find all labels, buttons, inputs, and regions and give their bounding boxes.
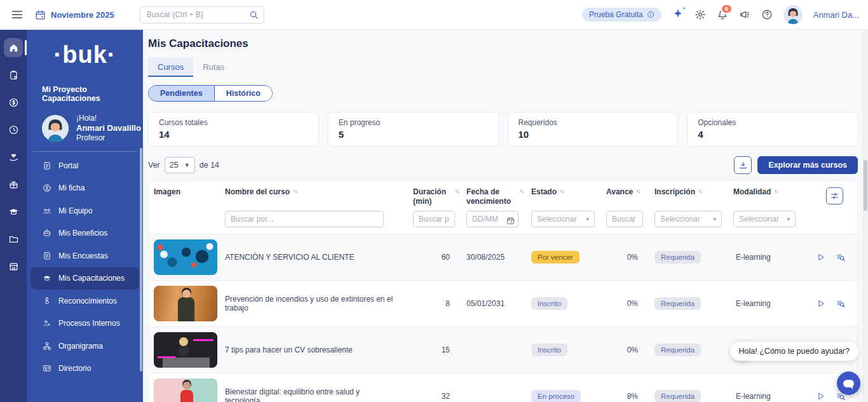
sidebar-item-mi-ficha[interactable]: Mi ficha bbox=[31, 177, 139, 200]
course-name: 7 tips para hacer un CV sobresaliente bbox=[217, 345, 405, 354]
user-avatar[interactable] bbox=[783, 5, 803, 24]
filter-estado-select[interactable]: Seleccionar▾ bbox=[531, 211, 595, 227]
download-button[interactable] bbox=[734, 156, 752, 174]
sort-icon[interactable]: ↑↓ bbox=[293, 189, 297, 197]
filter-modalidad-select[interactable]: Seleccionar▾ bbox=[733, 211, 796, 227]
ai-sparkle-icon[interactable]: ✦ bbox=[672, 8, 684, 22]
sidebar-item-label: Mi Equipo bbox=[58, 206, 92, 215]
page-scrollbar[interactable] bbox=[863, 30, 868, 402]
sidebar-avatar bbox=[42, 115, 69, 142]
trial-badge[interactable]: Prueba Gratuita bbox=[582, 8, 661, 22]
sidebar-item-label: Mis Encuestas bbox=[58, 251, 108, 260]
divider bbox=[33, 151, 137, 152]
col-avance: Avance↑↓ bbox=[599, 187, 647, 197]
tab-cursos[interactable]: Cursos bbox=[148, 58, 193, 77]
filter-nombre-input[interactable] bbox=[225, 211, 384, 227]
chat-greeting-bubble[interactable]: Hola! ¿Cómo te puedo ayudar? bbox=[730, 342, 858, 361]
rail-files-icon[interactable] bbox=[4, 229, 23, 248]
menu-icon[interactable] bbox=[11, 8, 24, 21]
document-icon bbox=[43, 161, 51, 170]
chat-icon bbox=[843, 380, 854, 387]
calendar-icon[interactable] bbox=[506, 217, 515, 225]
explore-courses-button[interactable]: Explorar más cursos bbox=[757, 156, 858, 174]
briefcase-icon bbox=[43, 229, 51, 238]
sidebar-item-reconocimientos[interactable]: Reconocimientos bbox=[31, 290, 139, 312]
icon-rail bbox=[0, 30, 27, 402]
col-imagen: Imagen bbox=[149, 187, 217, 197]
sort-icon[interactable]: ↑↓ bbox=[636, 189, 640, 197]
play-course-button[interactable] bbox=[817, 253, 825, 262]
rail-wellness-icon[interactable] bbox=[4, 147, 23, 166]
search-icon[interactable] bbox=[249, 10, 259, 20]
greeting: ¡Hola! bbox=[76, 114, 141, 123]
project-title: Mi Proyecto Capacitaciones bbox=[27, 85, 143, 103]
notification-count-badge: 6 bbox=[721, 4, 733, 14]
gear-icon[interactable] bbox=[695, 9, 706, 20]
sidebar-item-mis-capacitaciones[interactable]: Mis Capacitaciones bbox=[31, 267, 139, 290]
buk-logo: ·buk· bbox=[27, 41, 143, 69]
stat-value: 14 bbox=[159, 129, 308, 140]
bell-icon[interactable]: 6 bbox=[717, 9, 728, 20]
rail-education-icon[interactable] bbox=[4, 202, 23, 221]
stat-label: En progreso bbox=[339, 118, 488, 127]
sort-icon[interactable]: ↑↓ bbox=[774, 189, 778, 197]
sidebar-item-label: Reconocimientos bbox=[58, 297, 117, 305]
sidebar-item-mis-beneficios[interactable]: Mis Beneficios bbox=[31, 222, 139, 245]
profile-card: ¡Hola! Anmari Davalillo Profesor bbox=[27, 114, 143, 142]
rail-tasks-icon[interactable] bbox=[4, 65, 23, 84]
view-toggle: Pendientes Histórico bbox=[148, 85, 273, 102]
help-icon[interactable] bbox=[761, 9, 773, 20]
chat-launcher-button[interactable] bbox=[837, 372, 860, 395]
page-scrollbar-thumb[interactable] bbox=[864, 160, 867, 211]
topbar: Noviembre 2025 Prueba Gratuita ✦ 6 Anmar… bbox=[0, 0, 868, 30]
column-settings-button[interactable] bbox=[826, 187, 843, 204]
total-label: de 14 bbox=[200, 161, 219, 170]
toggle-pendientes[interactable]: Pendientes bbox=[149, 86, 215, 101]
stat-label: Requeridos bbox=[519, 118, 668, 127]
sidebar-scrollbar[interactable] bbox=[140, 148, 142, 372]
course-details-button[interactable] bbox=[836, 299, 846, 309]
directory-icon bbox=[43, 364, 51, 373]
page-size-select[interactable]: 25 ▼ bbox=[165, 157, 195, 173]
rail-time-icon[interactable] bbox=[4, 120, 23, 139]
play-course-button[interactable] bbox=[817, 392, 825, 401]
rail-gift-icon[interactable] bbox=[4, 175, 23, 194]
toggle-historico[interactable]: Histórico bbox=[215, 86, 272, 101]
enrollment-badge: Requerida bbox=[654, 297, 701, 310]
col-duracion: Duración (min)↑↓ bbox=[405, 187, 459, 206]
course-modality: E-learning bbox=[726, 299, 797, 308]
tab-rutas[interactable]: Rutas bbox=[193, 58, 234, 77]
stat-cursos-totales: Cursos totales 14 bbox=[148, 112, 319, 147]
table-row[interactable]: ATENCIÓN Y SERVICIO AL CLIENTE 60 30/08/… bbox=[149, 234, 857, 280]
filter-inscripcion-select[interactable]: Seleccionar▾ bbox=[654, 211, 722, 227]
sidebar-item-directorio[interactable]: Directorio bbox=[31, 358, 139, 380]
sidebar-item-mi-equipo[interactable]: Mi Equipo bbox=[31, 199, 139, 222]
play-course-button[interactable] bbox=[817, 299, 825, 309]
megaphone-icon[interactable] bbox=[739, 9, 750, 20]
filter-avance-input[interactable] bbox=[606, 211, 643, 227]
table-row[interactable]: Prevención de incendios y uso de extinto… bbox=[149, 280, 857, 326]
sort-icon[interactable]: ↑↓ bbox=[560, 189, 564, 197]
sort-icon[interactable]: ↑↓ bbox=[698, 189, 702, 197]
course-name: Bienestar digital: equilibrio entre salu… bbox=[217, 387, 405, 402]
sidebar-item-portal[interactable]: Portal bbox=[31, 154, 139, 177]
table-row[interactable]: Bienestar digital: equilibrio entre salu… bbox=[149, 373, 857, 402]
sidebar-item-label: Procesos Internos bbox=[58, 319, 120, 328]
rail-bank-icon[interactable] bbox=[4, 257, 23, 276]
sidebar-item-procesos-internos[interactable]: Procesos Internos bbox=[31, 312, 139, 335]
course-details-button[interactable] bbox=[836, 253, 846, 262]
rail-home-icon[interactable] bbox=[4, 38, 23, 57]
course-progress: 0% bbox=[599, 253, 647, 262]
course-due-date: 05/01/2031 bbox=[459, 299, 524, 308]
sidebar-item-organigrama[interactable]: Organigrama bbox=[31, 335, 139, 358]
month-selector[interactable]: Noviembre 2025 bbox=[35, 10, 114, 20]
stat-label: Opcionales bbox=[698, 118, 847, 127]
search-input[interactable] bbox=[140, 6, 264, 23]
tab-bar: Cursos Rutas bbox=[148, 58, 858, 77]
team-icon bbox=[43, 206, 51, 215]
rail-payments-icon[interactable] bbox=[4, 93, 23, 112]
user-name[interactable]: Anmari Da... bbox=[813, 10, 859, 20]
sidebar-item-mis-encuestas[interactable]: Mis Encuestas bbox=[31, 245, 139, 267]
filter-duracion-input[interactable] bbox=[413, 211, 455, 227]
col-nombre: Nombre del curso↑↓ bbox=[217, 187, 405, 197]
